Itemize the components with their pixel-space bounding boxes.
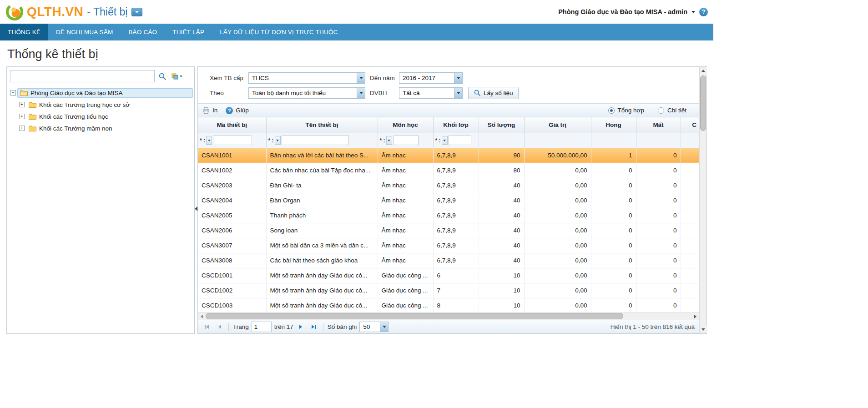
nav-item-bao-cao[interactable]: BÁO CÁO [121, 24, 165, 40]
search-input[interactable] [10, 70, 155, 82]
filter-operator[interactable]: * : [268, 137, 274, 144]
column-filter-input-ten[interactable] [282, 136, 349, 145]
first-page-icon [204, 324, 210, 330]
table-row[interactable]: CSCD1001Một số tranh ảnh dạy Giáo dục cô… [198, 268, 699, 283]
column-header-khoi-lop[interactable]: Khối lớp [433, 117, 479, 133]
column-header-so-luong[interactable]: Số lượng [479, 117, 524, 133]
expand-toggle-icon[interactable]: + [19, 114, 25, 119]
scroll-right-button[interactable] [691, 312, 699, 320]
nav-item-thong-ke[interactable]: THỐNG KÊ [0, 24, 48, 40]
prev-page-button[interactable] [214, 322, 224, 332]
tree-node-mam-non[interactable]: + Khối các Trường mầm non [8, 122, 193, 134]
combobox-trigger[interactable] [357, 73, 365, 83]
v-scrollbar-thumb[interactable] [700, 76, 706, 131]
year-combobox-input[interactable] [399, 73, 454, 83]
unit-combobox-input[interactable] [399, 88, 454, 98]
filter-operator-dropdown[interactable] [206, 136, 212, 145]
tree-node-tieu-hoc[interactable]: + Khối các Trường tiểu học [8, 111, 193, 122]
column-filter-input-khoi[interactable] [449, 136, 471, 145]
column-header-ten-thiet-bi[interactable]: Tên thiết bị [266, 117, 378, 133]
v-scrollbar-track[interactable] [700, 75, 707, 326]
table-cell: 0 [591, 178, 636, 193]
combobox-trigger[interactable] [380, 322, 388, 332]
first-page-button[interactable] [202, 322, 212, 332]
filter-operator-dropdown[interactable] [386, 136, 392, 145]
table-row[interactable]: CSAN2004Đàn OrganÂm nhạc6,7,8,9400,0000 [198, 193, 699, 208]
search-button[interactable] [157, 71, 167, 81]
search-options-button[interactable] [170, 72, 183, 81]
combobox-trigger[interactable] [454, 73, 462, 83]
horizontal-scrollbar[interactable] [198, 312, 699, 320]
last-page-button[interactable] [309, 322, 319, 332]
table-cell: 0 [591, 298, 636, 312]
level-combobox[interactable] [248, 72, 365, 84]
table-row[interactable]: CSAN2005Thanh pháchÂm nhạc6,7,8,9400,000… [198, 208, 699, 223]
grid-help-button[interactable]: ? Giúp [226, 107, 249, 114]
tree-node-root[interactable]: − Phòng Giáo dục và Đào tạo MISA [8, 87, 193, 99]
table-cell [681, 178, 699, 193]
panel-splitter[interactable] [195, 66, 197, 334]
collapse-panel-icon[interactable] [195, 207, 197, 211]
table-row[interactable]: CSAN1002Các bản nhạc của bài Tập đọc nhạ… [198, 163, 699, 178]
column-header-ma-thiet-bi[interactable]: Mã thiết bị [198, 117, 266, 133]
year-combobox[interactable] [399, 72, 463, 84]
filter-operator[interactable]: * : [435, 137, 441, 144]
page-number-input[interactable] [252, 322, 272, 332]
help-icon[interactable]: ? [699, 8, 708, 16]
scroll-up-button[interactable] [700, 67, 707, 75]
records-per-page-combobox[interactable] [359, 322, 389, 332]
tree-node-thcs[interactable]: + Khối các Trường trung học cơ sở [8, 99, 193, 111]
filter-operator-dropdown[interactable] [275, 136, 281, 145]
user-menu-caret-icon[interactable] [691, 11, 695, 13]
load-data-button[interactable]: Lấy số liệu [468, 87, 519, 99]
vertical-scrollbar[interactable] [699, 67, 707, 333]
by-combobox[interactable] [248, 87, 365, 99]
table-cell: 40 [479, 178, 524, 193]
app-logo[interactable]: QLTH.VN - Thiết bị [5, 3, 142, 21]
collapse-toggle-icon[interactable]: − [10, 90, 16, 96]
column-header-gia-tri[interactable]: Giá trị [524, 117, 591, 133]
radio-chi-tiet[interactable]: Chi tiết [658, 107, 686, 114]
table-row[interactable]: CSAN1001Bản nhạc và lời các bài hát theo… [198, 148, 699, 163]
table-row[interactable]: CSAN2003Đàn Ghi- taÂm nhạc6,7,8,9400,000… [198, 178, 699, 193]
logo-text: QLTH.VN [27, 5, 83, 19]
print-button[interactable]: In [202, 107, 217, 114]
table-row[interactable]: CSCD1003Một số tranh ảnh dạy Giáo dục cô… [198, 298, 699, 312]
column-header-clipped[interactable]: C [681, 117, 699, 133]
column-header-hong[interactable]: Hỏng [591, 117, 636, 133]
combobox-trigger[interactable] [454, 88, 462, 98]
radio-tong-hop[interactable]: Tổng hợp [608, 107, 644, 114]
nav-item-de-nghi-mua-sam[interactable]: ĐỀ NGHỊ MUA SẮM [48, 24, 121, 40]
column-header-mon-hoc[interactable]: Môn học [378, 117, 433, 133]
h-scrollbar-track[interactable] [206, 312, 691, 320]
column-filter-input-mon[interactable] [393, 136, 419, 145]
combobox-trigger[interactable] [357, 88, 365, 98]
filter-operator-dropdown[interactable] [442, 136, 448, 145]
column-filter-input-ma[interactable] [213, 136, 252, 145]
module-dropdown-button[interactable] [131, 8, 142, 16]
records-per-page-input[interactable] [360, 322, 380, 332]
next-page-button[interactable] [296, 322, 306, 332]
table-row[interactable]: CSAN2006Song loanÂm nhạc6,7,8,9400,0000 [198, 223, 699, 238]
table-row[interactable]: CSCD1002Một số tranh ảnh dạy Giáo dục cô… [198, 283, 699, 298]
table-cell: 40 [479, 208, 524, 223]
scroll-down-button[interactable] [700, 326, 707, 333]
column-header-mat[interactable]: Mất [636, 117, 681, 133]
table-cell [681, 283, 699, 298]
nav-item-thiet-lap[interactable]: THIẾT LẬP [165, 24, 212, 40]
expand-toggle-icon[interactable]: + [19, 102, 25, 107]
table-cell: Một số tranh ảnh dạy Giáo dục cô... [266, 268, 378, 283]
table-row[interactable]: CSAN3007Một số bài dân ca 3 miền và dân … [198, 238, 699, 253]
table-cell: Giáo dục công ... [378, 283, 433, 298]
user-menu[interactable]: Phòng Giáo dục và Đào tạo MISA - admin [558, 8, 687, 15]
nav-item-lay-du-lieu[interactable]: LẤY DỮ LIỆU TỪ ĐƠN VỊ TRỰC THUỘC [212, 24, 345, 40]
by-combobox-input[interactable] [249, 88, 357, 98]
unit-combobox[interactable] [399, 87, 463, 99]
scroll-left-button[interactable] [198, 312, 206, 320]
table-row[interactable]: CSAN3008Các bài hát theo sách giáo khoaÂ… [198, 253, 699, 268]
filter-operator[interactable]: * : [380, 137, 385, 144]
expand-toggle-icon[interactable]: + [19, 126, 25, 131]
h-scrollbar-thumb[interactable] [206, 313, 623, 319]
filter-operator[interactable]: * : [200, 137, 205, 144]
level-combobox-input[interactable] [249, 73, 357, 83]
